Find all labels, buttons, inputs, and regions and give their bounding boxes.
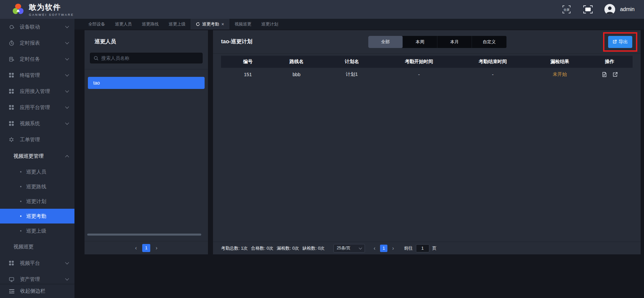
sidebar-item-timed-report[interactable]: 定时报表 <box>0 35 74 51</box>
open-external-icon[interactable] <box>612 72 618 77</box>
col-header-route: 路线名 <box>275 56 318 68</box>
stat-missed: 漏检数: 0次 <box>277 245 299 251</box>
panel-title: 巡更人员 <box>95 38 208 45</box>
person-list: tao <box>85 69 208 241</box>
filter-all-button[interactable]: 全部 <box>368 36 403 48</box>
cell-plan: 计划1 <box>318 68 385 81</box>
app-body: 设备联动 定时报表 定时任务 <box>0 19 644 298</box>
sidebar-item-patrol-plan[interactable]: 巡更计划 <box>0 194 74 209</box>
sidebar-group-video-patrol-mgmt[interactable]: 视频巡更管理 <box>0 148 74 164</box>
sidebar-item-device-linkage[interactable]: 设备联动 <box>0 19 74 35</box>
next-page-button[interactable]: › <box>156 245 157 251</box>
empty-table-space <box>213 81 641 242</box>
brand-logo: 敢为软件 GANWEI SOFTWARE <box>11 2 74 16</box>
sidebar-item-app-platform-mgmt[interactable]: 应用平台管理 <box>0 99 74 115</box>
sidebar-item-timed-task[interactable]: 定时任务 <box>0 51 74 67</box>
goto-page-input[interactable] <box>416 244 429 252</box>
fullscreen-text-icon[interactable]: 全屏 <box>561 4 572 14</box>
export-button[interactable]: 导出 <box>608 36 632 48</box>
red-highlight-annotation: 导出 <box>603 32 637 52</box>
sidebar-item-patrol-attendance[interactable]: 巡更考勤 <box>0 209 74 224</box>
tab-all-devices[interactable]: 全部设备 <box>83 19 110 30</box>
col-header-start-time: 考勤开始时间 <box>385 56 452 68</box>
col-header-miss-result: 漏检结果 <box>533 56 587 68</box>
prev-page-button[interactable]: ‹ <box>135 245 137 251</box>
filter-this-week-button[interactable]: 本周 <box>403 36 437 48</box>
cell-actions <box>587 72 633 77</box>
bullet-dot-icon <box>20 171 21 172</box>
brand-subtitle: GANWEI SOFTWARE <box>29 13 74 16</box>
svg-text:全屏: 全屏 <box>564 8 570 11</box>
cell-start-time: - <box>385 68 452 81</box>
goto-suffix-label: 页 <box>432 245 437 251</box>
close-tab-icon[interactable]: × <box>221 22 224 27</box>
grid-icon <box>9 260 14 266</box>
sidebar: 设备联动 定时报表 定时任务 <box>0 19 74 298</box>
export-icon <box>612 40 617 44</box>
search-input[interactable] <box>101 55 199 61</box>
tab-patrol-superior[interactable]: 巡更上级 <box>164 19 191 30</box>
filter-this-month-button[interactable]: 本月 <box>437 36 472 48</box>
main-area: 全部设备 巡更人员 巡更路线 巡更上级 巡更考勤 × 视频巡更 巡更计划 <box>74 19 644 298</box>
grid-icon <box>9 105 14 110</box>
table-pagination: ‹ 1 › <box>374 245 394 252</box>
chevron-down-icon <box>65 72 69 76</box>
gear-icon <box>9 137 14 143</box>
patrol-plan-panel: tao-巡更计划 全部 本周 本月 自定义 <box>213 30 641 254</box>
collapse-sidebar-button[interactable]: 收起侧边栏 <box>0 284 74 298</box>
page-number-button[interactable]: 1 <box>142 244 150 252</box>
sidebar-item-work-order-mgmt[interactable]: 工单管理 <box>0 132 74 148</box>
plan-panel-footer: 考勤总数: 1次 合格数: 0次 漏检数: 0次 缺检数: 0次 25条/页 ‹… <box>213 242 641 254</box>
clock-icon <box>9 40 14 46</box>
user-avatar[interactable] <box>604 4 615 15</box>
sidebar-item-patrol-superior[interactable]: 巡更上级 <box>0 224 74 238</box>
prev-page-button[interactable]: ‹ <box>374 246 375 251</box>
grid-icon <box>9 72 14 78</box>
chevron-down-icon <box>359 246 362 249</box>
sidebar-item-video-platform[interactable]: 视频平台 <box>0 255 74 271</box>
cell-route: bbb <box>275 68 318 81</box>
link-icon <box>9 24 14 30</box>
plan-panel-title: tao-巡更计划 <box>221 38 252 45</box>
table-header-row: 编号 路线名 计划名 考勤开始时间 考勤结束时间 漏检结果 操作 <box>221 56 633 68</box>
sidebar-item-app-access-mgmt[interactable]: 应用接入管理 <box>0 83 74 99</box>
tab-patrol-route[interactable]: 巡更路线 <box>137 19 164 30</box>
page-number-button[interactable]: 1 <box>380 245 387 252</box>
col-header-id: 编号 <box>221 56 275 68</box>
horizontal-scrollbar[interactable] <box>87 234 201 236</box>
sidebar-item-patrol-personnel[interactable]: 巡更人员 <box>0 164 74 179</box>
bullet-dot-icon <box>20 186 21 187</box>
tab-video-patrol[interactable]: 视频巡更 <box>229 19 256 30</box>
table-row: 151 bbb 计划1 - - 未开始 <box>221 68 633 81</box>
next-page-button[interactable]: › <box>392 246 394 251</box>
chevron-down-icon <box>65 24 69 28</box>
sidebar-item-video-system[interactable]: 视频系统 <box>0 115 74 132</box>
person-list-pagination: ‹ 1 › <box>85 241 208 254</box>
username-label[interactable]: admin <box>620 6 635 12</box>
app-window: 敢为软件 GANWEI SOFTWARE 全屏 admin <box>0 0 644 298</box>
tab-bar: 全部设备 巡更人员 巡更路线 巡更上级 巡更考勤 × 视频巡更 巡更计划 <box>74 19 644 30</box>
person-list-item-tao[interactable]: tao <box>88 77 205 89</box>
bullet-dot-icon <box>20 215 21 217</box>
cell-end-time: - <box>452 68 533 81</box>
fullscreen-frame-icon[interactable] <box>583 4 593 14</box>
page-size-select[interactable]: 25条/页 <box>333 244 365 253</box>
tab-patrol-personnel[interactable]: 巡更人员 <box>110 19 137 30</box>
sidebar-item-video-patrol[interactable]: 视频巡更 <box>0 238 74 255</box>
grid-icon <box>9 89 14 94</box>
record-detail-icon[interactable] <box>602 72 607 77</box>
tab-patrol-attendance-active[interactable]: 巡更考勤 × <box>191 19 229 30</box>
chevron-down-icon <box>65 89 69 92</box>
chevron-down-icon <box>65 40 69 44</box>
sidebar-item-terminal-mgmt[interactable]: 终端管理 <box>0 67 74 83</box>
sidebar-item-patrol-route[interactable]: 巡更路线 <box>0 179 74 194</box>
tab-patrol-plan[interactable]: 巡更计划 <box>256 19 283 30</box>
date-filter-group: 全部 本周 本月 自定义 <box>368 36 506 48</box>
top-header: 敢为软件 GANWEI SOFTWARE 全屏 admin <box>0 0 644 19</box>
stat-absent: 缺检数: 0次 <box>302 245 324 251</box>
filter-custom-button[interactable]: 自定义 <box>472 36 506 48</box>
col-header-end-time: 考勤结束时间 <box>452 56 533 68</box>
person-search-box <box>90 53 203 63</box>
refresh-icon[interactable] <box>196 22 200 26</box>
cell-id: 151 <box>221 68 275 81</box>
